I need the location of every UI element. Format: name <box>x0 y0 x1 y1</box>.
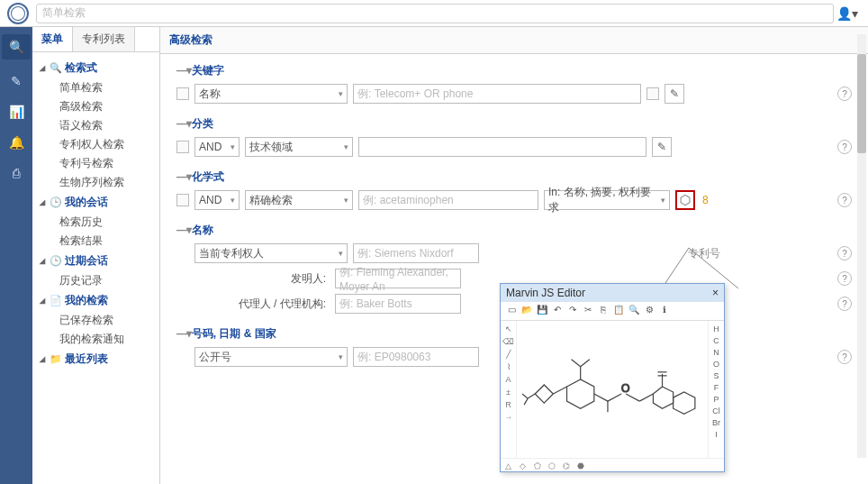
tool-r-icon[interactable]: R <box>505 400 511 409</box>
help-icon[interactable]: ? <box>837 246 852 260</box>
tree-group[interactable]: 🕒我的会话 <box>40 192 156 213</box>
chem-mode-select[interactable]: 精确检索 <box>245 190 353 210</box>
tool-arrow-icon[interactable]: → <box>504 413 512 422</box>
tree-group[interactable]: 🕒过期会话 <box>40 251 156 271</box>
names-field-select[interactable]: 当前专利权人 <box>194 243 348 263</box>
section-names[interactable]: 名称 <box>176 223 852 243</box>
atom-F[interactable]: F <box>714 383 719 392</box>
classify-op-select[interactable]: AND <box>194 137 240 157</box>
extra-box[interactable] <box>646 87 659 100</box>
keyword-input[interactable]: 例: Telecom+ OR phone <box>353 84 641 104</box>
ring5-icon[interactable]: ⬠ <box>534 461 545 472</box>
ring6-icon[interactable]: ⬡ <box>548 461 559 472</box>
new-icon[interactable]: ▭ <box>505 305 518 317</box>
help-icon[interactable]: ? <box>837 193 852 207</box>
left-rail: 🔍 ✎ 📊 🔔 ⎙ <box>0 27 32 484</box>
rail-search-icon[interactable]: 🔍 <box>2 34 31 59</box>
user-menu-icon[interactable]: 👤▾ <box>834 6 861 21</box>
ring4-icon[interactable]: ◇ <box>520 461 530 472</box>
ring3-icon[interactable]: △ <box>505 461 516 472</box>
tree-item[interactable]: 我的检索通知 <box>40 330 156 349</box>
tool-bond-icon[interactable]: ╱ <box>506 350 511 359</box>
tool-select-icon[interactable]: ↖ <box>505 324 512 333</box>
add-row-icon[interactable] <box>176 87 189 100</box>
help-icon[interactable]: ? <box>837 87 852 101</box>
chem-in-select[interactable]: In: 名称, 摘要, 权利要求 <box>544 190 670 210</box>
editor-canvas[interactable]: O <box>517 321 708 458</box>
section-classify[interactable]: 分类 <box>176 116 852 137</box>
cut-icon[interactable]: ✂ <box>582 305 594 317</box>
ring7-icon[interactable]: ⬣ <box>577 461 588 472</box>
classify-input[interactable] <box>358 137 646 157</box>
tree-item[interactable]: 专利号检索 <box>40 154 156 173</box>
tree-item[interactable]: 生物序列检索 <box>40 173 156 192</box>
section-keyword[interactable]: 关键字 <box>176 63 852 84</box>
pubnum-input[interactable]: 例: EP0980063 <box>353 347 479 367</box>
atom-S[interactable]: S <box>713 371 719 380</box>
atom-Cl[interactable]: Cl <box>712 406 720 416</box>
atom-C[interactable]: C <box>713 336 719 345</box>
redo-icon[interactable]: ↷ <box>566 305 579 317</box>
tree-group[interactable]: 📄我的检索 <box>40 290 156 311</box>
help-icon[interactable]: ? <box>837 271 852 286</box>
save-icon[interactable]: 💾 <box>536 305 548 317</box>
codes-field-select[interactable]: 公开号 <box>194 347 348 367</box>
help-icon[interactable]: ? <box>837 350 852 364</box>
tree-item[interactable]: 检索历史 <box>40 213 156 232</box>
tree-group[interactable]: 🔍检索式 <box>40 58 156 78</box>
atom-N[interactable]: N <box>713 348 719 357</box>
settings-icon[interactable]: ⚙ <box>643 305 656 317</box>
tree-group[interactable]: 📁最近列表 <box>40 349 156 370</box>
help-icon[interactable]: ? <box>837 297 852 311</box>
copy-icon[interactable]: ⎘ <box>597 305 610 317</box>
tool-chain-icon[interactable]: ⌇ <box>507 362 511 371</box>
tree-item[interactable]: 语义检索 <box>40 116 156 135</box>
wand-icon[interactable]: ✎ <box>665 84 684 104</box>
rail-stats-icon[interactable]: 📊 <box>7 103 25 121</box>
zoom-icon[interactable]: 🔍 <box>628 305 640 317</box>
tree-item[interactable]: 专利权人检索 <box>40 135 156 154</box>
atom-I[interactable]: I <box>715 430 718 439</box>
help-icon[interactable]: ? <box>837 140 852 154</box>
add-row-icon[interactable] <box>176 141 189 153</box>
rail-edit-icon[interactable]: ✎ <box>7 72 25 90</box>
tool-erase-icon[interactable]: ⌫ <box>502 337 514 346</box>
global-search-input[interactable]: 简单检索 <box>36 4 834 23</box>
chem-input[interactable]: 例: acetaminophen <box>358 190 538 210</box>
scrollbar-thumb[interactable] <box>857 54 866 153</box>
tool-charge-icon[interactable]: ± <box>506 388 511 397</box>
atom-P[interactable]: P <box>713 395 719 404</box>
structure-editor-button[interactable] <box>675 190 695 210</box>
agent-input[interactable]: 例: Baker Botts <box>335 294 461 314</box>
rail-bell-icon[interactable]: 🔔 <box>7 133 25 151</box>
classify-field-select[interactable]: 技术领域 <box>245 137 353 157</box>
keyword-field-select[interactable]: 名称 <box>194 84 348 104</box>
undo-icon[interactable]: ↶ <box>551 305 564 317</box>
marvin-editor-window[interactable]: Marvin JS Editor× ▭📂💾↶↷✂⎘📋🔍⚙ℹ ↖⌫╱⌇A±R→ O <box>500 283 725 472</box>
open-icon[interactable]: 📂 <box>520 305 533 317</box>
tab-patent-list[interactable]: 专利列表 <box>73 27 135 51</box>
section-chemical[interactable]: 化学式 <box>176 169 852 190</box>
atom-H[interactable]: H <box>713 324 719 333</box>
info-icon[interactable]: ℹ <box>658 305 671 317</box>
add-row-icon[interactable] <box>176 194 189 206</box>
tab-menu[interactable]: 菜单 <box>32 27 73 51</box>
ring6b-icon[interactable]: ⌬ <box>563 461 574 472</box>
assignee-input[interactable]: 例: Siemens Nixdorf <box>353 243 479 263</box>
paste-icon[interactable]: 📋 <box>612 305 625 317</box>
rail-export-icon[interactable]: ⎙ <box>7 164 25 182</box>
tree-item[interactable]: 已保存检索 <box>40 311 156 330</box>
atom-Br[interactable]: Br <box>712 418 720 427</box>
tree-item[interactable]: 检索结果 <box>40 232 156 251</box>
tool-text-icon[interactable]: A <box>505 375 511 384</box>
chem-op-select[interactable]: AND <box>194 190 240 210</box>
inventor-input[interactable]: 例: Fleming Alexander, Moyer An <box>335 269 461 288</box>
atom-O[interactable]: O <box>713 360 719 369</box>
svg-line-16 <box>626 394 639 401</box>
tree-item[interactable]: 高级检索 <box>40 97 156 116</box>
wand-icon[interactable]: ✎ <box>652 137 672 157</box>
svg-marker-22 <box>674 392 695 414</box>
close-icon[interactable]: × <box>712 287 719 299</box>
tree-item[interactable]: 简单检索 <box>40 78 156 97</box>
tree-item[interactable]: 历史记录 <box>40 271 156 290</box>
